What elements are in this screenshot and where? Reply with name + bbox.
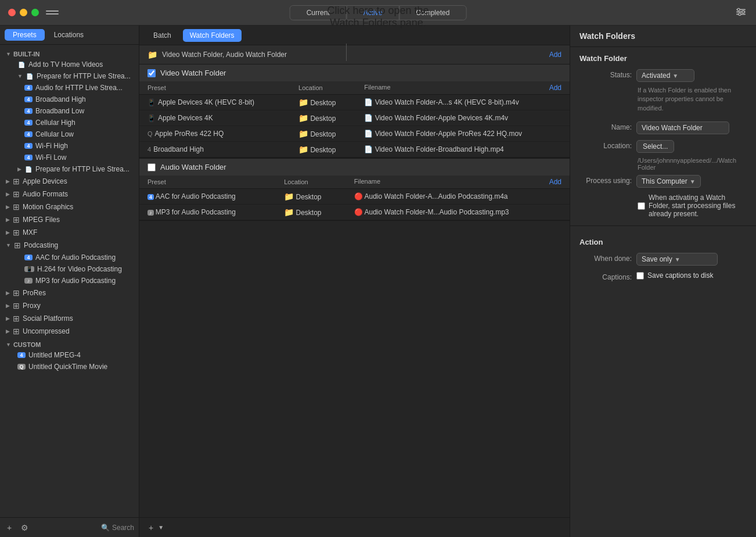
sidebar-item-untitled-mpeg[interactable]: 4 Untitled MPEG-4 xyxy=(0,349,139,361)
sidebar-item-wifi-high[interactable]: 4 Wi-Fi High xyxy=(0,140,139,152)
activating-label: When activating a Watch Folder, start pr… xyxy=(649,194,747,218)
chevron-right-icon: ▶ xyxy=(6,204,10,210)
table-row[interactable]: 4Broadband High 📁 Desktop 📄 Video Watch … xyxy=(139,142,570,157)
sidebar-item-mp3-podcasting[interactable]: ♪ MP3 for Audio Podcasting xyxy=(0,275,139,287)
sidebar-item-prepare-http-1[interactable]: ▼ 📄 Prepare for HTTP Live Strea... xyxy=(0,70,139,82)
audio-watch-folder-title[interactable]: Audio Watch Folder xyxy=(139,158,570,176)
name-input[interactable] xyxy=(636,121,729,134)
sidebar-item-audio-formats[interactable]: ▶ ⊞ Audio Formats xyxy=(0,188,139,201)
chevron-down-icon: ▼ xyxy=(6,342,11,348)
right-pane-header: Watch Folders xyxy=(570,26,756,47)
name-label: Name: xyxy=(579,121,632,131)
process-dropdown[interactable]: This Computer ▼ xyxy=(636,175,701,188)
sidebar-item-mxf[interactable]: ▶ ⊞ MXF xyxy=(0,226,139,239)
sidebar-item-uncompressed[interactable]: ▶ ⊞ Uncompressed xyxy=(0,325,139,338)
captions-label: Captions: xyxy=(579,271,632,281)
sidebar-item-cellular-high[interactable]: 4 Cellular High xyxy=(0,117,139,128)
location-select-button[interactable]: Select... xyxy=(636,140,674,153)
when-done-dropdown[interactable]: Save only ▼ xyxy=(636,253,718,266)
section-builtin[interactable]: ▼ BUILT-IN xyxy=(0,47,139,59)
group-icon: ⊞ xyxy=(13,215,20,224)
sidebar-item-aac-podcasting[interactable]: 4 AAC for Audio Podcasting xyxy=(0,252,139,263)
sidebar-item-untitled-quicktime[interactable]: Q Untitled QuickTime Movie xyxy=(0,361,139,373)
maximize-button[interactable] xyxy=(31,9,39,16)
tab-watch-folders[interactable]: Watch Folders xyxy=(183,29,242,42)
main-tabs: Current Active Completed xyxy=(290,5,467,20)
sidebar-item-prores[interactable]: ▶ ⊞ ProRes xyxy=(0,287,139,299)
table-row[interactable]: 📱Apple Devices 4K 📁 Desktop 📄 Video Watc… xyxy=(139,110,570,126)
video-watch-folder-checkbox[interactable] xyxy=(147,69,156,77)
audio-presets-add-button[interactable]: Add xyxy=(549,178,561,186)
sidebar-item-cellular-low[interactable]: 4 Cellular Low xyxy=(0,128,139,140)
tab-current[interactable]: Current xyxy=(290,5,347,20)
sidebar-item-social-platforms[interactable]: ▶ ⊞ Social Platforms xyxy=(0,312,139,325)
group-icon: ⊞ xyxy=(13,301,20,310)
tooltip-pointer xyxy=(346,44,347,61)
captions-checkbox[interactable] xyxy=(636,272,644,280)
sidebar-item-add-tv[interactable]: 📄 Add to TV Home Videos xyxy=(0,59,139,70)
group-icon: ⊞ xyxy=(13,327,20,336)
center-chevron-button[interactable]: ▼ xyxy=(156,523,166,532)
location-row: Location: Select... xyxy=(570,137,756,156)
table-row[interactable]: QApple ProRes 422 HQ 📁 Desktop 📄 Video W… xyxy=(139,126,570,142)
sidebar-tab-locations[interactable]: Locations xyxy=(46,29,92,41)
sidebar-item-h264-podcasting[interactable]: 📱 H.264 for Video Podcasting xyxy=(0,263,139,275)
sidebar-item-wifi-low[interactable]: 4 Wi-Fi Low xyxy=(0,152,139,163)
tab-active[interactable]: Active xyxy=(347,5,399,20)
table-row[interactable]: 4 AAC for Audio Podcasting 📁 Desktop 🔴 A… xyxy=(139,189,570,205)
video-watch-folder-label: Video Watch Folder xyxy=(160,69,226,77)
activating-checkbox[interactable] xyxy=(638,202,645,210)
process-label: Process using: xyxy=(579,175,632,185)
audio-watch-folder-checkbox[interactable] xyxy=(147,163,156,171)
name-row: Name: xyxy=(570,119,756,137)
watch-folders-add-button[interactable]: Add xyxy=(549,51,561,59)
audio-watch-folder-group: Audio Watch Folder Preset Location Filen… xyxy=(139,158,570,221)
search-box[interactable]: 🔍 Search xyxy=(101,524,134,532)
video-watch-folder-group: Video Watch Folder Preset Location Filen… xyxy=(139,65,570,158)
center-add-button[interactable]: + xyxy=(146,522,156,534)
settings-icon[interactable] xyxy=(735,6,747,19)
section-custom[interactable]: ▼ CUSTOM xyxy=(0,338,139,349)
chevron-right-icon: ▶ xyxy=(17,166,21,172)
sidebar-toggle-button[interactable] xyxy=(46,8,59,18)
center-pane: Batch Watch Folders 📁 Video Watch Folder… xyxy=(139,26,570,537)
tab-completed[interactable]: Completed xyxy=(399,5,466,20)
main-container: Presets Locations ▼ BUILT-IN 📄 Add to TV… xyxy=(0,26,756,537)
sidebar-item-audio-http[interactable]: 4 Audio for HTTP Live Strea... xyxy=(0,82,139,94)
table-row[interactable]: ♪ MP3 for Audio Podcasting 📁 Desktop 🔴 A… xyxy=(139,205,570,220)
divider xyxy=(570,225,756,226)
table-row[interactable]: 📱Apple Devices 4K (HEVC 8-bit) 📁 Desktop… xyxy=(139,95,570,110)
settings-button[interactable]: ⚙ xyxy=(19,522,31,534)
sidebar-tabs: Presets Locations xyxy=(0,26,139,45)
document-icon: 📄 xyxy=(24,166,33,173)
close-button[interactable] xyxy=(8,9,16,16)
col-location: Location xyxy=(290,81,356,95)
chevron-down-icon: ▼ xyxy=(690,178,696,185)
sidebar-tab-presets[interactable]: Presets xyxy=(5,29,45,41)
chevron-down-icon: ▼ xyxy=(672,73,678,79)
location-label: Location: xyxy=(579,140,632,150)
file-icon: 🔴 xyxy=(354,208,363,216)
video-presets-add-button[interactable]: Add xyxy=(549,84,561,92)
sidebar-item-broadband-low[interactable]: 4 Broadband Low xyxy=(0,105,139,117)
preset-badge: ♪ xyxy=(147,210,154,216)
sidebar-item-prepare-http-2[interactable]: ▶ 📄 Prepare for HTTP Live Strea... xyxy=(0,163,139,175)
group-icon: ⊞ xyxy=(13,177,20,186)
minimize-button[interactable] xyxy=(20,9,27,16)
sidebar-item-mpeg-files[interactable]: ▶ ⊞ MPEG Files xyxy=(0,213,139,226)
video-watch-folder-title[interactable]: Video Watch Folder xyxy=(139,65,570,81)
sidebar-item-motion-graphics[interactable]: ▶ ⊞ Motion Graphics xyxy=(0,201,139,213)
sidebar-item-proxy[interactable]: ▶ ⊞ Proxy xyxy=(0,299,139,312)
right-pane-content: Watch Folder Status: Activated ▼ If a Wa… xyxy=(570,47,756,537)
sidebar-item-podcasting[interactable]: ▼ ⊞ Podcasting xyxy=(0,239,139,252)
group-icon: ⊞ xyxy=(14,241,21,250)
status-dropdown[interactable]: Activated ▼ xyxy=(636,69,694,82)
add-button[interactable]: + xyxy=(5,522,14,534)
sidebar-item-broadband-high[interactable]: 4 Broadband High xyxy=(0,94,139,105)
group-icon: ⊞ xyxy=(13,202,20,212)
tab-batch[interactable]: Batch xyxy=(146,29,178,42)
sidebar-item-apple-devices[interactable]: ▶ ⊞ Apple Devices xyxy=(0,175,139,188)
window-controls xyxy=(0,9,39,16)
watch-folders-title: Video Watch Folder, Audio Watch Folder xyxy=(162,51,287,59)
file-icon: 📄 xyxy=(364,145,373,153)
